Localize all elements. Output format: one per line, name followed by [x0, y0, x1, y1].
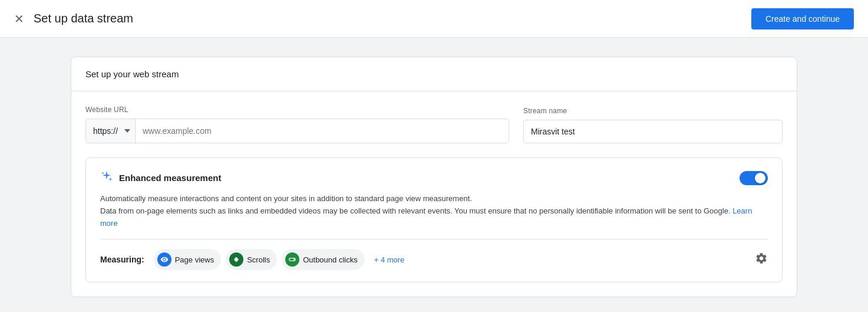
enhanced-description: Automatically measure interactions and c…	[100, 193, 768, 229]
page-views-label: Page views	[175, 255, 214, 264]
protocol-select[interactable]: https:// http://	[86, 119, 136, 143]
enhanced-toggle[interactable]	[740, 171, 768, 185]
create-continue-button[interactable]: Create and continue	[751, 8, 854, 29]
toggle-slider	[740, 171, 768, 185]
stream-name-field-group: Stream name	[523, 107, 783, 143]
page-title: Set up data stream	[34, 12, 133, 25]
scrolls-label: Scrolls	[247, 255, 270, 264]
header: ✕ Set up data stream Create and continue	[0, 0, 868, 38]
description-line2: Data from on-page elements such as links…	[100, 206, 731, 215]
enhanced-title-row: Enhanced measurement	[100, 170, 221, 186]
divider	[100, 239, 768, 239]
url-input-row: https:// http://	[85, 119, 509, 143]
description-line1: Automatically measure interactions and c…	[100, 194, 472, 203]
more-button[interactable]: + 4 more	[369, 252, 410, 268]
setup-card: Set up your web stream Website URL https…	[71, 57, 797, 297]
close-icon[interactable]: ✕	[14, 13, 24, 25]
url-input[interactable]	[136, 119, 509, 143]
measuring-items: Measuring: Page views	[100, 249, 409, 270]
measuring-row: Measuring: Page views	[100, 249, 768, 270]
header-left: ✕ Set up data stream	[14, 12, 133, 25]
stream-name-label: Stream name	[523, 107, 783, 115]
scrolls-chip[interactable]: Scrolls	[226, 249, 277, 270]
outbound-clicks-label: Outbound clicks	[303, 255, 358, 264]
enhanced-measurement-title: Enhanced measurement	[119, 173, 221, 183]
page-views-icon	[157, 252, 171, 267]
enhanced-measurement-section: Enhanced measurement Automatically measu…	[85, 157, 783, 283]
setup-label: Set up your web stream	[85, 69, 179, 79]
fields-row: Website URL https:// http:// Stream name	[85, 106, 783, 143]
outbound-clicks-icon	[285, 252, 299, 267]
measuring-label: Measuring:	[100, 255, 144, 264]
settings-icon[interactable]	[755, 252, 768, 268]
url-field-group: Website URL https:// http://	[85, 106, 509, 143]
enhanced-header: Enhanced measurement	[100, 170, 768, 186]
stream-name-input[interactable]	[523, 120, 783, 143]
sparkle-icon	[100, 170, 113, 186]
outbound-clicks-chip[interactable]: Outbound clicks	[282, 249, 365, 270]
card-header: Set up your web stream	[71, 57, 797, 91]
card-body: Website URL https:// http:// Stream name	[71, 91, 797, 297]
url-label: Website URL	[85, 106, 509, 114]
page-views-chip[interactable]: Page views	[154, 249, 221, 270]
scrolls-icon	[229, 252, 243, 267]
url-field-wrapper: Website URL https:// http://	[85, 106, 509, 143]
main-content: Set up your web stream Website URL https…	[0, 38, 868, 312]
